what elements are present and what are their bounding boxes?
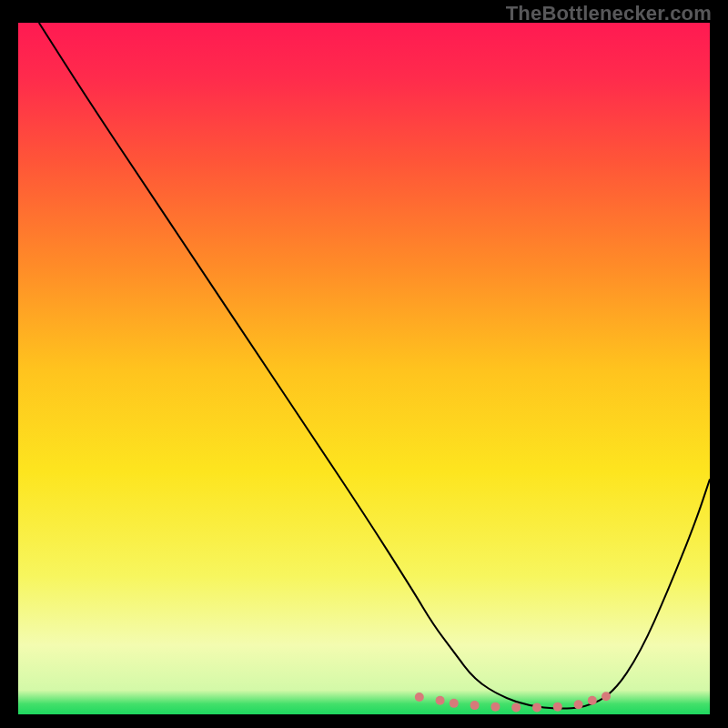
min-band-dot <box>470 701 480 710</box>
min-band-dot <box>553 703 562 712</box>
min-band-dot <box>532 703 541 712</box>
chart-background <box>18 23 710 714</box>
min-band-dot <box>450 699 459 708</box>
min-band-dot <box>588 696 597 705</box>
min-band-dot <box>490 703 500 712</box>
min-band-dot <box>574 700 583 709</box>
bottleneck-chart <box>18 23 710 714</box>
min-band-dot <box>436 696 445 705</box>
min-band-dot <box>602 692 611 701</box>
min-band-dot <box>415 693 424 702</box>
chart-frame <box>18 23 710 714</box>
min-band-dot <box>511 703 521 712</box>
